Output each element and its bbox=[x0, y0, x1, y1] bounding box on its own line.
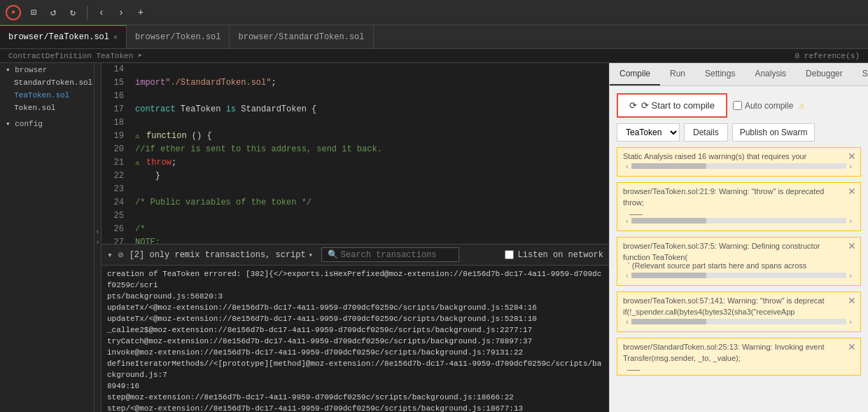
collapse-icon[interactable]: ▾ bbox=[107, 249, 113, 261]
console-line: invoke@moz-extension://8e156d7b-dc17-4a1… bbox=[107, 347, 603, 358]
code-line: /* Public variables of the token */ bbox=[135, 196, 603, 210]
auto-compile-toggle[interactable]: Auto compile bbox=[733, 101, 793, 111]
search-box[interactable]: 🔍 bbox=[321, 247, 459, 262]
scrollbar-track[interactable] bbox=[631, 273, 847, 278]
search-input[interactable] bbox=[341, 250, 453, 260]
compile-icon: ⟳ bbox=[629, 100, 637, 111]
code-line bbox=[135, 116, 603, 130]
tab-support[interactable]: Support bbox=[853, 63, 868, 85]
nav-forward-icon[interactable]: › bbox=[114, 6, 128, 20]
scroll-left-icon[interactable]: ‹ bbox=[626, 317, 629, 326]
scrollbar-track[interactable] bbox=[631, 319, 847, 324]
scrollbar-row: ‹ › bbox=[623, 160, 855, 172]
console-line: step/<@moz-extension://8e156d7b-dc17-4a1… bbox=[107, 403, 603, 412]
transactions-label: [2] only remix transactions, script bbox=[130, 250, 306, 260]
redo-icon[interactable]: ↻ bbox=[66, 6, 80, 20]
sidebar-item-teatoken[interactable]: TeaToken.sol bbox=[0, 89, 94, 102]
code-line: //if ether is sent to this address, send… bbox=[135, 143, 603, 156]
editor-content[interactable]: 14 15 16 17 18 19 20 21 22 23 24 25 26 2… bbox=[102, 63, 609, 244]
add-icon[interactable]: + bbox=[134, 6, 148, 20]
warning-detail: Transfer(msg.sender, _to, _value); ___ bbox=[623, 351, 855, 371]
transactions-dropdown[interactable]: [2] only remix transactions, script ▾ bbox=[130, 250, 313, 260]
references-count: 0 reference(s) bbox=[795, 52, 860, 60]
tab-run[interactable]: Run bbox=[660, 63, 695, 85]
nav-back-icon[interactable]: ‹ bbox=[94, 6, 108, 20]
listen-checkbox[interactable] bbox=[505, 250, 514, 259]
auto-compile-checkbox[interactable] bbox=[733, 101, 742, 110]
breadcrumb: ContractDefinition TeaToken ➤ 0 referenc… bbox=[0, 49, 868, 63]
scroll-left-icon[interactable]: ‹ bbox=[626, 271, 629, 280]
sidebar-item-standardtoken[interactable]: StandardToken.sol bbox=[0, 76, 94, 89]
tab-token[interactable]: browser/Token.sol bbox=[127, 25, 230, 48]
publish-btn-label: Publish on Swarm bbox=[740, 128, 808, 137]
bottom-toolbar: ▾ ⊘ [2] only remix transactions, script … bbox=[102, 245, 609, 266]
start-compile-button[interactable]: ⟳ ⟳ Start to compile bbox=[617, 93, 727, 118]
console-line: pts/background.js:56820:3 bbox=[107, 291, 603, 302]
listen-label: Listen on network bbox=[518, 250, 603, 260]
scroll-down-btn[interactable]: › bbox=[94, 238, 102, 248]
scroll-up-btn[interactable]: ‹ bbox=[94, 227, 102, 238]
sidebar-item-token[interactable]: Token.sol bbox=[0, 102, 94, 114]
code-line bbox=[135, 210, 603, 223]
scroll-right-icon[interactable]: › bbox=[849, 217, 852, 225]
tab-teatoken[interactable]: browser/TeaToken.sol ✕ bbox=[0, 25, 127, 48]
tab-close-icon[interactable]: ✕ bbox=[113, 33, 118, 41]
console-line: tryCatch@moz-extension://8e156d7b-dc17-4… bbox=[107, 336, 603, 347]
tab-standardtoken[interactable]: browser/StandardToken.sol bbox=[230, 25, 373, 48]
code-line bbox=[135, 90, 603, 103]
warning-close-icon[interactable]: ✕ bbox=[848, 295, 856, 306]
warning-close-icon[interactable]: ✕ bbox=[848, 240, 856, 252]
tab-label: browser/Token.sol bbox=[135, 32, 220, 42]
right-panel: Compile Run Settings Analysis Debugger S… bbox=[609, 63, 868, 412]
warning-close-icon[interactable]: ✕ bbox=[848, 151, 856, 162]
scroll-right-icon[interactable]: › bbox=[849, 271, 852, 280]
scrollbar-track[interactable] bbox=[631, 163, 847, 169]
warning-text: Static Analysis raised 16 warning(s) tha… bbox=[623, 152, 806, 160]
editor-area: 14 15 16 17 18 19 20 21 22 23 24 25 26 2… bbox=[102, 63, 609, 412]
contract-select[interactable]: TeaToken bbox=[617, 123, 680, 142]
tab-compile[interactable]: Compile bbox=[610, 63, 660, 85]
warning-close-icon[interactable]: ✕ bbox=[848, 341, 856, 352]
warning-triangle-icon: ⚠ bbox=[799, 99, 804, 111]
sidebar-browser-group[interactable]: ▾ browser bbox=[0, 63, 94, 76]
main-layout: ▾ browser StandardToken.sol TeaToken.sol… bbox=[0, 63, 868, 412]
scroll-left-icon[interactable]: ‹ bbox=[626, 217, 629, 225]
warning-detail: throw; ___ bbox=[623, 195, 855, 215]
publish-swarm-button[interactable]: Publish on Swarm bbox=[732, 123, 816, 142]
tab-settings[interactable]: Settings bbox=[695, 63, 745, 85]
file-tabs: browser/TeaToken.sol ✕ browser/Token.sol… bbox=[0, 25, 868, 49]
scroll-left-icon[interactable]: ‹ bbox=[626, 162, 629, 170]
scroll-right-icon[interactable]: › bbox=[849, 162, 852, 170]
separator bbox=[87, 6, 88, 20]
code-line bbox=[135, 183, 603, 196]
listen-network-toggle[interactable]: Listen on network bbox=[505, 250, 603, 260]
config-group-label: ▾ config bbox=[6, 119, 43, 128]
undo-icon[interactable]: ↺ bbox=[46, 6, 60, 20]
tab-analysis[interactable]: Analysis bbox=[745, 63, 796, 85]
console-output: creation of TeaToken errored: [382]{</>e… bbox=[102, 266, 609, 412]
save-icon[interactable]: ⊡ bbox=[27, 6, 41, 20]
code-editor[interactable]: import "./StandardToken.sol"; contract T… bbox=[130, 63, 609, 244]
details-button[interactable]: Details bbox=[684, 123, 728, 142]
auto-compile-label: Auto compile bbox=[745, 101, 793, 111]
record-icon[interactable]: ● bbox=[6, 5, 21, 20]
console-line: step@moz-extension://8e156d7b-dc17-4a11-… bbox=[107, 392, 603, 403]
console-line: 8949:16 bbox=[107, 380, 603, 392]
warning-detail: function TeaToken( ` (Relevant source pa… bbox=[623, 250, 855, 270]
details-btn-label: Details bbox=[693, 128, 719, 137]
line-numbers: 14 15 16 17 18 19 20 21 22 23 24 25 26 2… bbox=[102, 63, 130, 244]
code-line: ⚠ function () { bbox=[135, 130, 603, 143]
tab-debugger[interactable]: Debugger bbox=[796, 63, 853, 85]
clear-icon[interactable]: ⊘ bbox=[118, 249, 124, 261]
scroll-right-icon[interactable]: › bbox=[849, 317, 852, 326]
code-line: NOTE: bbox=[135, 236, 603, 244]
warning-close-icon[interactable]: ✕ bbox=[848, 186, 856, 197]
sidebar: ▾ browser StandardToken.sol TeaToken.sol… bbox=[0, 63, 94, 412]
warning-throw-57: browser/TeaToken.sol:57:141: Warning: "t… bbox=[617, 291, 861, 332]
compile-btn-label: ⟳ Start to compile bbox=[641, 100, 715, 111]
sidebar-config-group[interactable]: ▾ config bbox=[0, 117, 94, 130]
tab-label: browser/StandardToken.sol bbox=[238, 32, 364, 42]
code-line: /* bbox=[135, 223, 603, 236]
scrollbar-track[interactable] bbox=[631, 218, 847, 224]
code-line: contract TeaToken is StandardToken { bbox=[135, 103, 603, 116]
